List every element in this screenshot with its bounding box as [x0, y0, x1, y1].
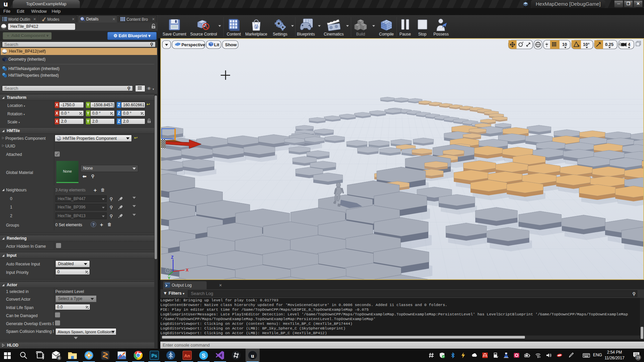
- svg-text:Lit: Lit: [214, 42, 220, 47]
- svg-text:u: u: [255, 25, 257, 29]
- svg-text:u: u: [251, 353, 254, 359]
- svg-text:4: 4: [628, 42, 631, 47]
- svg-text:X: X: [186, 268, 189, 273]
- svg-text:Ps: Ps: [151, 353, 157, 358]
- svg-text:S: S: [202, 353, 205, 359]
- svg-text:Perspective: Perspective: [181, 43, 205, 47]
- svg-text:4: 4: [58, 356, 60, 360]
- svg-text:Z: Z: [171, 255, 173, 260]
- svg-text:10: 10: [562, 42, 567, 47]
- svg-text:?: ?: [167, 269, 169, 273]
- svg-text:Y: Y: [168, 276, 170, 279]
- svg-text:10°: 10°: [583, 42, 590, 47]
- svg-text:Show: Show: [225, 42, 237, 47]
- svg-text:An: An: [184, 353, 190, 358]
- svg-text:0.25: 0.25: [605, 42, 613, 47]
- svg-text:i: i: [82, 17, 83, 20]
